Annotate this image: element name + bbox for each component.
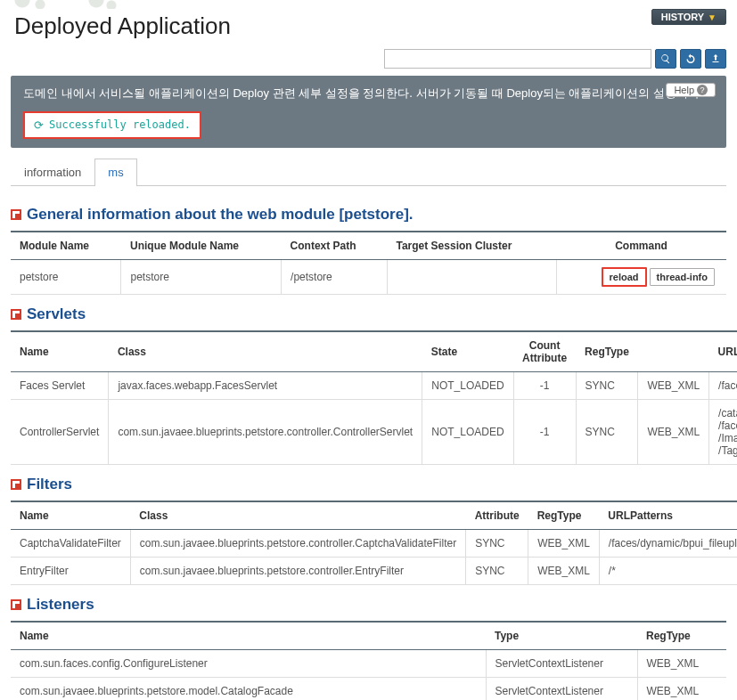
status-message-box: ⟳ Successfully reloaded. (23, 111, 201, 139)
th-regtype: RegType (528, 501, 600, 530)
cell-name: ControllerServlet (11, 399, 109, 464)
reload-button[interactable]: reload (602, 267, 647, 287)
cell-urltype: WEB_XML (638, 371, 709, 399)
servlets-table: Name Class State Count Attribute RegType… (11, 330, 737, 465)
cell-url-patterns: /* (599, 557, 737, 584)
cell-regtype: WEB_XML (528, 557, 600, 584)
table-row: com.sun.javaee.blueprints.petstore.model… (11, 677, 726, 700)
section-title-general-text: General information about the web module… (27, 206, 414, 224)
tab-bar: information ms (11, 159, 726, 186)
cell-class: javax.faces.webapp.FacesServlet (109, 371, 422, 399)
th-context-path: Context Path (282, 232, 388, 260)
section-icon (11, 479, 21, 490)
section-title-servlets-text: Servlets (27, 305, 86, 323)
cell-class: com.sun.javaee.blueprints.petstore.contr… (130, 529, 465, 557)
thread-info-button[interactable]: thread-info (650, 268, 715, 286)
section-title-filters: Filters (11, 476, 726, 493)
cell-regtype: WEB_XML (637, 649, 726, 677)
cell-url-patterns: /catalog /controller /faces/CaptchaServl… (709, 399, 737, 464)
cell-count-attr: -1 (513, 371, 576, 399)
section-icon (11, 309, 21, 320)
cell-state: NOT_LOADED (422, 371, 513, 399)
cell-name: CaptchaValidateFilter (11, 529, 130, 557)
tab-information[interactable]: information (11, 159, 94, 185)
help-button[interactable]: Help ? (666, 83, 716, 97)
search-input[interactable] (384, 49, 651, 69)
cell-type: ServletContextListener (486, 649, 637, 677)
cell-url-patterns: /faces/dynamic/bpui_fileupload_handler/h… (599, 529, 737, 557)
th-name: Name (11, 501, 130, 530)
table-row: com.sun.faces.config.ConfigureListenerSe… (11, 649, 726, 677)
cell-class: com.sun.javaee.blueprints.petstore.contr… (130, 557, 465, 584)
history-button[interactable]: HISTORY ▼ (651, 9, 726, 25)
table-row: EntryFiltercom.sun.javaee.blueprints.pet… (11, 557, 737, 584)
th-name: Name (11, 622, 486, 650)
th-type: Type (486, 622, 637, 650)
th-command: Command (556, 232, 726, 260)
th-urltype (638, 331, 709, 372)
general-table: Module Name Unique Module Name Context P… (11, 231, 726, 295)
cell-regtype: SYNC (576, 399, 638, 464)
th-class: Class (109, 331, 422, 372)
cell-regtype: WEB_XML (528, 529, 600, 557)
cell-urltype: WEB_XML (638, 399, 709, 464)
table-row: ControllerServletcom.sun.javaee.blueprin… (11, 399, 737, 464)
th-regtype: RegType (637, 622, 726, 650)
section-icon (11, 209, 21, 220)
cell-regtype: WEB_XML (637, 677, 726, 700)
section-title-general: General information about the web module… (11, 206, 726, 224)
th-unique-module-name: Unique Module Name (121, 232, 282, 260)
tab-ms[interactable]: ms (94, 159, 136, 186)
th-attribute: Attribute (466, 501, 528, 530)
section-title-listeners-text: Listeners (27, 596, 94, 614)
section-icon (11, 599, 21, 610)
th-class: Class (130, 501, 465, 530)
th-module-name: Module Name (11, 232, 121, 260)
cell-regtype: SYNC (576, 371, 638, 399)
cell-attribute: SYNC (466, 529, 528, 557)
refresh-icon: ⟳ (34, 118, 44, 132)
page-title: Deployed Application (14, 12, 231, 40)
cell-type: ServletContextListener (486, 677, 637, 700)
status-message-text: Successfully reloaded. (49, 118, 191, 131)
cell-state: NOT_LOADED (422, 399, 513, 464)
refresh-icon-button[interactable] (680, 49, 701, 69)
table-row: Faces Servletjavax.faces.webapp.FacesSer… (11, 371, 737, 399)
description-panel: 도메인 내에서 서비스될 애플리케이션의 Deploy 관련 세부 설정을 정의… (11, 76, 726, 148)
filters-table: Name Class Attribute RegType URLPatterns… (11, 501, 737, 585)
th-regtype: RegType (576, 331, 638, 372)
help-label: Help (674, 85, 694, 95)
history-label: HISTORY (661, 12, 704, 22)
cell-count-attr: -1 (513, 399, 576, 464)
cell-unique-module-name: petstore (121, 259, 282, 294)
cell-url-patterns: /faces/* (709, 371, 737, 399)
cell-class: com.sun.javaee.blueprints.petstore.contr… (109, 399, 422, 464)
cell-name: com.sun.javaee.blueprints.petstore.model… (11, 677, 486, 700)
cell-target-session-cluster (388, 259, 557, 294)
cell-name: com.sun.faces.config.ConfigureListener (11, 649, 486, 677)
listeners-table: Name Type RegType com.sun.faces.config.C… (11, 621, 726, 701)
cell-attribute: SYNC (466, 557, 528, 584)
cell-context-path: /petstore (282, 259, 388, 294)
cell-name: Faces Servlet (11, 371, 109, 399)
th-target-session-cluster: Target Session Cluster (388, 232, 557, 260)
question-icon: ? (697, 85, 708, 95)
section-title-filters-text: Filters (27, 476, 72, 493)
section-title-listeners: Listeners (11, 596, 726, 614)
cell-module-name: petstore (11, 259, 121, 294)
search-icon-button[interactable] (655, 49, 676, 69)
th-name: Name (11, 331, 109, 372)
description-text: 도메인 내에서 서비스될 애플리케이션의 Deploy 관련 세부 설정을 정의… (23, 85, 714, 102)
th-count-attr: Count Attribute (513, 331, 576, 372)
th-url-patterns: URLPatterns (599, 501, 737, 530)
table-row: CaptchaValidateFiltercom.sun.javaee.blue… (11, 529, 737, 557)
section-title-servlets: Servlets (11, 305, 726, 323)
export-xml-icon-button[interactable] (705, 49, 726, 69)
cell-command: reloadthread-info (556, 259, 726, 294)
chevron-down-icon: ▼ (708, 12, 717, 22)
th-url-patterns: URLPatterns (709, 331, 737, 372)
decorative-dots (0, 0, 737, 9)
table-row: petstore petstore /petstore reloadthread… (11, 259, 726, 294)
th-state: State (422, 331, 513, 372)
cell-name: EntryFilter (11, 557, 130, 584)
